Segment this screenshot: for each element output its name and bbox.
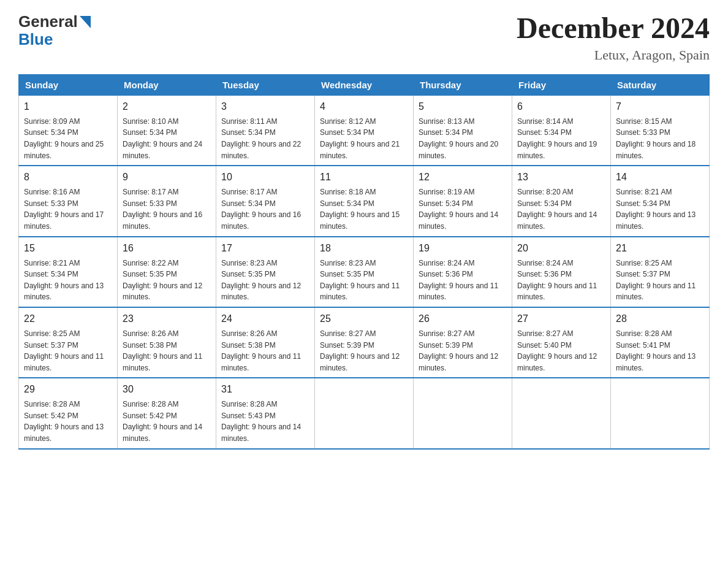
day-info: Sunrise: 8:19 AMSunset: 5:34 PMDaylight:… xyxy=(419,186,507,232)
day-info: Sunrise: 8:21 AMSunset: 5:34 PMDaylight:… xyxy=(616,186,704,232)
day-info: Sunrise: 8:10 AMSunset: 5:34 PMDaylight:… xyxy=(123,116,211,161)
day-number: 12 xyxy=(419,170,507,185)
day-number: 25 xyxy=(320,312,408,326)
day-info: Sunrise: 8:26 AMSunset: 5:38 PMDaylight:… xyxy=(123,328,211,373)
day-info: Sunrise: 8:21 AMSunset: 5:34 PMDaylight:… xyxy=(24,258,112,303)
day-info: Sunrise: 8:17 AMSunset: 5:33 PMDaylight:… xyxy=(123,186,211,232)
day-info: Sunrise: 8:28 AMSunset: 5:42 PMDaylight:… xyxy=(24,399,112,444)
calendar-cell: 1Sunrise: 8:09 AMSunset: 5:34 PMDaylight… xyxy=(19,95,118,166)
day-number: 11 xyxy=(320,170,408,185)
calendar-cell: 9Sunrise: 8:17 AMSunset: 5:33 PMDaylight… xyxy=(118,166,216,236)
calendar-cell: 25Sunrise: 8:27 AMSunset: 5:39 PMDayligh… xyxy=(315,307,414,378)
calendar-cell: 16Sunrise: 8:22 AMSunset: 5:35 PMDayligh… xyxy=(118,237,216,307)
day-number: 13 xyxy=(517,170,605,185)
location-subtitle: Letux, Aragon, Spain xyxy=(517,47,710,63)
day-number: 30 xyxy=(123,382,211,397)
calendar-week-row: 1Sunrise: 8:09 AMSunset: 5:34 PMDaylight… xyxy=(19,95,710,166)
calendar-cell: 27Sunrise: 8:27 AMSunset: 5:40 PMDayligh… xyxy=(512,307,611,378)
day-info: Sunrise: 8:25 AMSunset: 5:37 PMDaylight:… xyxy=(616,258,704,303)
day-number: 2 xyxy=(123,99,211,114)
calendar-cell: 8Sunrise: 8:16 AMSunset: 5:33 PMDaylight… xyxy=(19,166,118,236)
calendar-cell: 29Sunrise: 8:28 AMSunset: 5:42 PMDayligh… xyxy=(19,378,118,448)
day-info: Sunrise: 8:23 AMSunset: 5:35 PMDaylight:… xyxy=(320,258,408,303)
day-info: Sunrise: 8:18 AMSunset: 5:34 PMDaylight:… xyxy=(320,186,408,232)
day-number: 14 xyxy=(616,170,704,185)
calendar-cell: 20Sunrise: 8:24 AMSunset: 5:36 PMDayligh… xyxy=(512,237,611,307)
day-number: 9 xyxy=(123,170,211,185)
day-number: 18 xyxy=(320,241,408,256)
day-number: 29 xyxy=(24,382,112,397)
calendar-cell xyxy=(611,378,710,448)
day-number: 20 xyxy=(517,241,605,256)
calendar-cell: 12Sunrise: 8:19 AMSunset: 5:34 PMDayligh… xyxy=(414,166,512,236)
weekday-header-saturday: Saturday xyxy=(611,74,710,95)
day-info: Sunrise: 8:28 AMSunset: 5:41 PMDaylight:… xyxy=(616,328,704,373)
day-number: 26 xyxy=(419,312,507,326)
logo-arrow-icon xyxy=(80,16,91,31)
weekday-header-monday: Monday xyxy=(118,74,216,95)
calendar-cell: 6Sunrise: 8:14 AMSunset: 5:34 PMDaylight… xyxy=(512,95,611,166)
day-info: Sunrise: 8:11 AMSunset: 5:34 PMDaylight:… xyxy=(221,116,309,161)
calendar-cell: 24Sunrise: 8:26 AMSunset: 5:38 PMDayligh… xyxy=(216,307,315,378)
day-number: 1 xyxy=(24,99,112,114)
calendar-cell: 18Sunrise: 8:23 AMSunset: 5:35 PMDayligh… xyxy=(315,237,414,307)
day-number: 17 xyxy=(221,241,309,256)
calendar-cell: 19Sunrise: 8:24 AMSunset: 5:36 PMDayligh… xyxy=(414,237,512,307)
day-number: 22 xyxy=(24,312,112,326)
logo-blue-text: Blue xyxy=(18,30,53,49)
calendar-cell xyxy=(414,378,512,448)
month-year-title: December 2024 xyxy=(517,12,710,45)
day-info: Sunrise: 8:27 AMSunset: 5:39 PMDaylight:… xyxy=(419,328,507,373)
calendar-cell: 23Sunrise: 8:26 AMSunset: 5:38 PMDayligh… xyxy=(118,307,216,378)
calendar-cell: 30Sunrise: 8:28 AMSunset: 5:42 PMDayligh… xyxy=(118,378,216,448)
svg-marker-0 xyxy=(80,16,91,28)
day-info: Sunrise: 8:17 AMSunset: 5:34 PMDaylight:… xyxy=(221,186,309,232)
calendar-cell: 28Sunrise: 8:28 AMSunset: 5:41 PMDayligh… xyxy=(611,307,710,378)
calendar-week-row: 15Sunrise: 8:21 AMSunset: 5:34 PMDayligh… xyxy=(19,237,710,307)
logo-general-text: General xyxy=(18,12,78,31)
day-info: Sunrise: 8:28 AMSunset: 5:43 PMDaylight:… xyxy=(221,399,309,444)
day-info: Sunrise: 8:24 AMSunset: 5:36 PMDaylight:… xyxy=(517,258,605,303)
calendar-cell: 21Sunrise: 8:25 AMSunset: 5:37 PMDayligh… xyxy=(611,237,710,307)
calendar-cell xyxy=(512,378,611,448)
day-number: 28 xyxy=(616,312,704,326)
day-info: Sunrise: 8:16 AMSunset: 5:33 PMDaylight:… xyxy=(24,186,112,232)
day-number: 23 xyxy=(123,312,211,326)
day-info: Sunrise: 8:22 AMSunset: 5:35 PMDaylight:… xyxy=(123,258,211,303)
day-info: Sunrise: 8:09 AMSunset: 5:34 PMDaylight:… xyxy=(24,116,112,161)
day-number: 3 xyxy=(221,99,309,114)
day-info: Sunrise: 8:23 AMSunset: 5:35 PMDaylight:… xyxy=(221,258,309,303)
page-header: General Blue December 2024 Letux, Aragon… xyxy=(18,12,710,63)
day-number: 5 xyxy=(419,99,507,114)
calendar-week-row: 8Sunrise: 8:16 AMSunset: 5:33 PMDaylight… xyxy=(19,166,710,236)
calendar-cell: 7Sunrise: 8:15 AMSunset: 5:33 PMDaylight… xyxy=(611,95,710,166)
calendar-cell: 13Sunrise: 8:20 AMSunset: 5:34 PMDayligh… xyxy=(512,166,611,236)
weekday-header-sunday: Sunday xyxy=(19,74,118,95)
day-number: 10 xyxy=(221,170,309,185)
calendar-header: SundayMondayTuesdayWednesdayThursdayFrid… xyxy=(19,74,710,95)
weekday-header-thursday: Thursday xyxy=(414,74,512,95)
day-number: 6 xyxy=(517,99,605,114)
day-info: Sunrise: 8:15 AMSunset: 5:33 PMDaylight:… xyxy=(616,116,704,161)
calendar-week-row: 22Sunrise: 8:25 AMSunset: 5:37 PMDayligh… xyxy=(19,307,710,378)
calendar-cell: 26Sunrise: 8:27 AMSunset: 5:39 PMDayligh… xyxy=(414,307,512,378)
weekday-header-wednesday: Wednesday xyxy=(315,74,414,95)
day-info: Sunrise: 8:20 AMSunset: 5:34 PMDaylight:… xyxy=(517,186,605,232)
day-number: 4 xyxy=(320,99,408,114)
day-info: Sunrise: 8:13 AMSunset: 5:34 PMDaylight:… xyxy=(419,116,507,161)
calendar-cell: 15Sunrise: 8:21 AMSunset: 5:34 PMDayligh… xyxy=(19,237,118,307)
calendar-cell: 3Sunrise: 8:11 AMSunset: 5:34 PMDaylight… xyxy=(216,95,315,166)
day-number: 8 xyxy=(24,170,112,185)
day-number: 7 xyxy=(616,99,704,114)
day-info: Sunrise: 8:28 AMSunset: 5:42 PMDaylight:… xyxy=(123,399,211,444)
weekday-header-tuesday: Tuesday xyxy=(216,74,315,95)
day-info: Sunrise: 8:25 AMSunset: 5:37 PMDaylight:… xyxy=(24,328,112,373)
day-number: 27 xyxy=(517,312,605,326)
calendar-cell: 2Sunrise: 8:10 AMSunset: 5:34 PMDaylight… xyxy=(118,95,216,166)
day-number: 16 xyxy=(123,241,211,256)
calendar-cell: 11Sunrise: 8:18 AMSunset: 5:34 PMDayligh… xyxy=(315,166,414,236)
day-info: Sunrise: 8:24 AMSunset: 5:36 PMDaylight:… xyxy=(419,258,507,303)
calendar-cell xyxy=(315,378,414,448)
day-number: 31 xyxy=(221,382,309,397)
day-info: Sunrise: 8:27 AMSunset: 5:39 PMDaylight:… xyxy=(320,328,408,373)
